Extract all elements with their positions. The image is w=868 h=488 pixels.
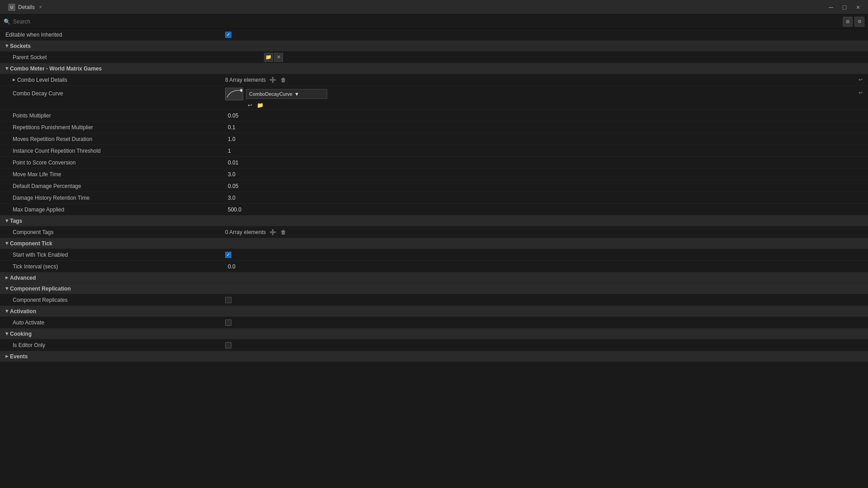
events-label: ▶ Events: [4, 353, 225, 360]
parent-socket-label: Parent Socket: [4, 54, 225, 61]
cooking-section-header[interactable]: ▶ Cooking: [0, 328, 868, 339]
ue-icon: U: [8, 4, 15, 11]
instance-count-label: Instance Count Repetition Threshold: [4, 148, 225, 154]
start-with-tick-label: Start with Tick Enabled: [4, 252, 225, 258]
instance-count-value: [225, 146, 864, 155]
auto-activate-row: Auto Activate: [0, 317, 868, 328]
events-section-header[interactable]: ▶ Events: [0, 351, 868, 362]
instance-count-input[interactable]: [225, 146, 277, 155]
cooking-triangle: ▶: [5, 333, 9, 335]
combo-level-details-value: 8 Array elements ➕ 🗑: [225, 76, 856, 84]
tags-add-button[interactable]: ➕: [269, 228, 277, 236]
max-damage-label: Max Damage Applied: [4, 206, 225, 213]
minimize-button[interactable]: ─: [825, 1, 837, 14]
search-bar: 🔍 ⊞ ⚙: [0, 14, 868, 29]
curve-edit-button[interactable]: ↩: [246, 101, 254, 109]
component-tags-label: Component Tags: [4, 229, 225, 235]
editable-when-inherited-label: Editable when Inherited: [4, 32, 225, 38]
max-damage-value: [225, 205, 864, 214]
combo-decay-curve-label: Combo Decay Curve: [4, 88, 225, 97]
tags-label: ▶ Tags: [4, 218, 225, 224]
moves-rep-reset-row: Moves Repetition Reset Duration: [0, 133, 868, 145]
rep-punishment-value: [225, 123, 864, 132]
activation-label: ▶ Activation: [4, 308, 225, 314]
default-damage-input[interactable]: [225, 182, 277, 191]
auto-activate-label: Auto Activate: [4, 319, 225, 326]
tick-interval-label: Tick Interval (secs): [4, 263, 225, 270]
advanced-section-header[interactable]: ▶ Advanced: [0, 272, 868, 283]
curve-dropdown[interactable]: ComboDecayCurve ▼: [246, 89, 327, 99]
settings-button[interactable]: ⚙: [854, 17, 864, 27]
start-with-tick-checkbox[interactable]: [225, 252, 231, 258]
curve-browse-button[interactable]: 📁: [256, 101, 264, 109]
details-tab: U Details ×: [4, 0, 48, 14]
damage-history-input[interactable]: [225, 193, 277, 202]
layout-button[interactable]: ⊞: [843, 17, 853, 27]
parent-socket-input[interactable]: [225, 53, 261, 62]
max-damage-input[interactable]: [225, 205, 277, 214]
default-damage-value: [225, 182, 864, 191]
socket-browse-button[interactable]: 📁: [264, 53, 273, 62]
socket-buttons: 📁 ✕: [264, 53, 283, 62]
is-editor-only-checkbox[interactable]: [225, 342, 231, 348]
point-score-row: Point to Score Conversion: [0, 157, 868, 169]
curve-top: ComboDecayCurve ▼: [225, 88, 327, 100]
rep-punishment-label: Repetitions Punishment Multiplier: [4, 124, 225, 131]
component-replication-triangle: ▶: [5, 287, 9, 290]
activation-triangle: ▶: [5, 310, 9, 313]
maximize-button[interactable]: □: [838, 1, 851, 14]
tags-section-header[interactable]: ▶ Tags: [0, 216, 868, 226]
array-delete-button[interactable]: 🗑: [279, 76, 288, 84]
close-button[interactable]: ×: [852, 1, 864, 14]
component-replication-section-header[interactable]: ▶ Component Replication: [0, 283, 868, 294]
events-triangle: ▶: [5, 354, 8, 358]
activation-section-header[interactable]: ▶ Activation: [0, 306, 868, 317]
move-max-life-input[interactable]: [225, 170, 277, 179]
moves-rep-reset-input[interactable]: [225, 135, 277, 144]
combo-level-triangle: ▶: [13, 78, 15, 82]
window-controls: ─ □ ×: [825, 1, 864, 14]
socket-clear-button[interactable]: ✕: [274, 53, 283, 62]
editable-when-inherited-row: Editable when Inherited: [0, 29, 868, 41]
combo-meter-triangle: ▶: [5, 67, 9, 70]
parent-socket-row: Parent Socket 📁 ✕: [0, 52, 868, 63]
auto-activate-checkbox[interactable]: [225, 319, 231, 326]
point-score-input[interactable]: [225, 158, 277, 167]
combo-meter-section-header[interactable]: ▶ Combo Meter - World Matrix Games: [0, 63, 868, 74]
component-replicates-row: Component Replicates: [0, 294, 868, 306]
parent-socket-value: 📁 ✕: [225, 53, 864, 62]
instance-count-row: Instance Count Repetition Threshold: [0, 145, 868, 157]
component-tags-array-controls: 0 Array elements ➕ 🗑: [225, 228, 288, 236]
moves-rep-reset-value: [225, 135, 864, 144]
default-damage-row: Default Damage Percentage: [0, 180, 868, 192]
combo-level-undo-button[interactable]: ↩: [856, 76, 864, 84]
tags-delete-button[interactable]: 🗑: [279, 228, 288, 236]
array-add-button[interactable]: ➕: [269, 76, 277, 84]
tick-interval-row: Tick Interval (secs): [0, 261, 868, 272]
combo-decay-undo-button[interactable]: ↩: [856, 88, 864, 96]
combo-level-array-controls: 8 Array elements ➕ 🗑: [225, 76, 288, 84]
tick-interval-value: [225, 262, 864, 271]
search-icon: 🔍: [4, 19, 10, 25]
default-damage-label: Default Damage Percentage: [4, 183, 225, 189]
tick-interval-input[interactable]: [225, 262, 277, 271]
moves-rep-reset-label: Moves Repetition Reset Duration: [4, 136, 225, 142]
is-editor-only-value: [225, 342, 864, 348]
sockets-section-header[interactable]: ▶ Sockets: [0, 41, 868, 52]
component-tick-label: ▶ Component Tick: [4, 240, 225, 247]
curve-preview[interactable]: [225, 88, 243, 100]
window-title: Details: [18, 4, 35, 10]
title-bar: U Details × ─ □ ×: [0, 0, 868, 14]
combo-level-details-label: ▶ Combo Level Details: [4, 77, 225, 83]
search-tools: ⊞ ⚙: [843, 17, 864, 27]
component-tick-section-header[interactable]: ▶ Component Tick: [0, 238, 868, 249]
rep-punishment-input[interactable]: [225, 123, 277, 132]
combo-level-details-row: ▶ Combo Level Details 8 Array elements ➕…: [0, 74, 868, 86]
editable-when-inherited-checkbox[interactable]: [225, 32, 231, 38]
points-multiplier-input[interactable]: [225, 111, 277, 120]
component-replicates-checkbox[interactable]: [225, 297, 231, 303]
svg-point-0: [240, 89, 242, 92]
tab-close-button[interactable]: ×: [38, 4, 44, 10]
search-input[interactable]: [13, 19, 840, 25]
combo-meter-label: ▶ Combo Meter - World Matrix Games: [4, 66, 225, 72]
